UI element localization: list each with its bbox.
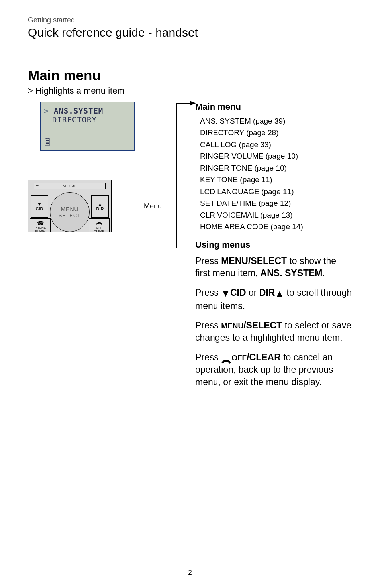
menu-item: CLR VOICEMAIL (page 13) — [200, 209, 352, 221]
svg-rect-2 — [46, 140, 49, 141]
instruction-2: Press ▼CID or DIR▲ to scroll through men… — [195, 287, 352, 312]
menu-item: LCD LANGUAGE (page 11) — [200, 186, 352, 197]
down-triangle-icon: ▼ — [221, 287, 230, 300]
handset-illustration: VOLUME ▼ CID MENU SELECT ▲ DIR ☎ — [28, 180, 112, 232]
dir-key: ▲ DIR — [91, 195, 109, 218]
connector-arrow-icon — [174, 100, 197, 249]
volume-bar: VOLUME — [34, 183, 106, 189]
highlight-note: > Highlights a menu item — [28, 86, 352, 96]
instruction-1: Press MENU/SELECT to show the first menu… — [195, 255, 352, 279]
off-clear-key: OFF CLEAR — [89, 218, 110, 232]
menu-item: KEY TONE (page 11) — [200, 174, 352, 185]
menu-item: SET DATE/TIME (page 12) — [200, 197, 352, 209]
instruction-3: Press MENU/SELECT to select or save chan… — [195, 319, 352, 344]
cid-key: ▼ CID — [31, 195, 48, 218]
svg-rect-3 — [46, 142, 49, 143]
hangup-icon — [221, 355, 231, 361]
lcd-line-1: ANS.SYSTEM — [44, 106, 131, 115]
page-number: 2 — [0, 569, 380, 577]
section-heading: Main menu — [28, 67, 352, 83]
right-menu-title: Main menu — [195, 102, 352, 112]
up-triangle-icon: ▲ — [275, 287, 284, 300]
phone-flash-key: ☎ PHONE FLASH — [30, 218, 51, 232]
menu-callout: Menu — [112, 202, 171, 210]
breadcrumb: Getting started — [28, 16, 352, 24]
using-menus-title: Using menus — [195, 240, 352, 250]
menu-item: CALL LOG (page 33) — [200, 139, 352, 150]
svg-marker-5 — [190, 101, 196, 106]
menu-item: RINGER VOLUME (page 10) — [200, 150, 352, 162]
menu-item: HOME AREA CODE (page 14) — [200, 221, 352, 232]
instruction-4: Press OFF/CLEAR to cancel an operation, … — [195, 351, 352, 388]
menu-item: DIRECTORY (page 28) — [200, 127, 352, 138]
battery-icon — [45, 138, 50, 147]
menu-item: RINGER TONE (page 10) — [200, 162, 352, 174]
menu-item-list: ANS. SYSTEM (page 39) DIRECTORY (page 28… — [200, 115, 352, 232]
lcd-screen: ANS.SYSTEM DIRECTORY — [40, 102, 135, 151]
menu-item: ANS. SYSTEM (page 39) — [200, 115, 352, 127]
menu-select-ring: MENU SELECT — [50, 192, 90, 232]
lcd-line-2: DIRECTORY — [44, 115, 131, 124]
page-title: Quick reference guide - handset — [28, 26, 352, 39]
svg-rect-4 — [46, 143, 49, 144]
